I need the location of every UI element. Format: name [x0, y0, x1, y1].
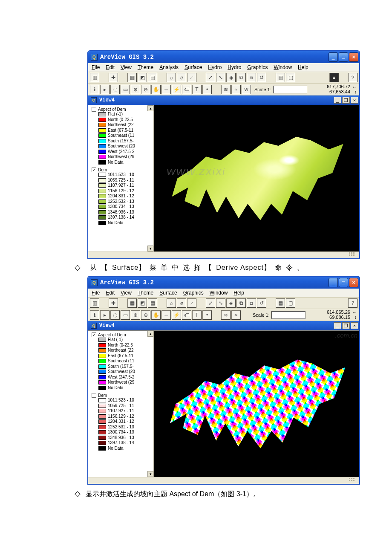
scale-input[interactable]	[273, 86, 307, 93]
menu-item[interactable]: Window	[210, 290, 228, 296]
zoom-out-icon[interactable]: ⊖	[141, 310, 150, 320]
hotlink-icon[interactable]: ⚡	[172, 85, 181, 94]
pan-icon[interactable]: ✋	[151, 310, 161, 320]
zoom-active-icon[interactable]: ⤡	[216, 298, 225, 308]
maximize-button[interactable]: □	[339, 52, 348, 62]
scale-input[interactable]	[271, 311, 306, 319]
find-icon[interactable]: ⌕	[167, 298, 176, 308]
zoom-selected-icon[interactable]: ◈	[226, 298, 236, 308]
zoom-full-icon[interactable]: ⤢	[206, 73, 215, 82]
open-table-icon[interactable]: ▤	[148, 298, 157, 308]
vertex-icon[interactable]: ◌	[110, 85, 120, 94]
zoom-in-fixed-icon[interactable]: ⧉	[236, 73, 246, 82]
hydro-tool-1-icon[interactable]: ≋	[221, 310, 231, 320]
measure-icon[interactable]: ↔	[161, 85, 171, 94]
resize-grip-icon[interactable]	[349, 252, 357, 257]
view-close-button[interactable]: ×	[351, 322, 358, 329]
theme-visibility-checkbox[interactable]: ✓	[92, 168, 96, 172]
theme-entry[interactable]: ✓Aspect of DemFlat (-1)North (0-22.5Nort…	[88, 331, 153, 391]
menu-item[interactable]: Help	[233, 290, 244, 296]
menu-item[interactable]: View	[121, 290, 132, 296]
hydro-tool-2-icon[interactable]: ≈	[231, 310, 241, 320]
find-icon[interactable]: ⌕	[167, 73, 176, 82]
text-icon[interactable]: T	[192, 310, 202, 320]
menu-item[interactable]: Window	[274, 64, 292, 70]
menu-item[interactable]: Surface	[159, 290, 177, 296]
menu-item[interactable]: File	[92, 290, 100, 296]
minimize-button[interactable]: _	[329, 278, 338, 287]
zoom-full-icon[interactable]: ⤢	[206, 298, 215, 308]
menu-item[interactable]: Theme	[138, 64, 153, 70]
ruler-icon[interactable]: ⟋	[187, 73, 196, 82]
open-table-icon[interactable]: ▤	[148, 73, 157, 82]
hotlink-icon[interactable]: ⚡	[172, 310, 181, 320]
zoom-in-icon[interactable]: ⊕	[131, 85, 140, 94]
menu-item[interactable]: Hydro	[208, 64, 222, 70]
zoom-out-fixed-icon[interactable]: ⧈	[247, 298, 256, 308]
edit-legend-icon[interactable]: ◩	[138, 298, 147, 308]
zoom-out-icon[interactable]: ⊖	[141, 85, 150, 94]
menu-item[interactable]: Surface	[184, 64, 202, 70]
menu-item[interactable]: Analysis	[159, 64, 179, 70]
add-theme-icon[interactable]: ✚	[109, 298, 118, 308]
menu-item[interactable]: Edit	[106, 64, 115, 70]
theme-visibility-checkbox[interactable]	[92, 107, 96, 112]
zoom-out-fixed-icon[interactable]: ⧈	[247, 73, 256, 82]
label-icon[interactable]: 🏷	[182, 85, 191, 94]
toc-scroll-down[interactable]: ▾	[147, 246, 153, 251]
menu-item[interactable]: Hydro	[228, 64, 241, 70]
text-icon[interactable]: T	[192, 85, 202, 94]
draw-point-icon[interactable]: •	[202, 310, 212, 320]
save-icon[interactable]: ▥	[90, 298, 99, 308]
theme-visibility-checkbox[interactable]	[92, 393, 96, 398]
identify-icon[interactable]: ℹ	[90, 85, 99, 94]
query-icon[interactable]: ℯ	[177, 298, 186, 308]
edit-legend-icon[interactable]: ◩	[138, 73, 147, 82]
map-canvas[interactable]: .com.cn	[154, 331, 359, 477]
select-rect-icon[interactable]: ▭	[121, 310, 130, 320]
query-icon[interactable]: ℯ	[177, 73, 186, 82]
select-rect-icon[interactable]: ▭	[121, 85, 130, 94]
pan-icon[interactable]: ✋	[151, 85, 161, 94]
zoom-in-icon[interactable]: ⊕	[131, 310, 140, 320]
zoom-active-icon[interactable]: ⤡	[216, 73, 225, 82]
view-minimize-button[interactable]: _	[334, 322, 341, 329]
pointer-icon[interactable]: ▸	[100, 310, 110, 320]
theme-entry[interactable]: Aspect of DemFlat (-1)North (0-22.5North…	[88, 105, 153, 166]
label-icon[interactable]: 🏷	[182, 310, 191, 320]
theme-visibility-checkbox[interactable]: ✓	[92, 332, 96, 337]
zoom-prev-icon[interactable]: ↺	[257, 298, 266, 308]
menu-item[interactable]: Edit	[106, 290, 115, 296]
menu-item[interactable]: Graphics	[247, 64, 268, 70]
theme-props-icon[interactable]: ▦	[127, 73, 137, 82]
close-button[interactable]: ×	[349, 52, 358, 62]
pointer-icon[interactable]: ▸	[100, 85, 110, 94]
vertex-icon[interactable]: ◌	[110, 310, 120, 320]
view-minimize-button[interactable]: _	[334, 97, 341, 104]
theme-entry[interactable]: ✓Dem1011.523 - 101059.725 - 111107.927 -…	[88, 166, 153, 226]
identify-icon[interactable]: ℹ	[90, 310, 99, 320]
minimize-button[interactable]: _	[329, 52, 338, 62]
select-features-icon[interactable]: ▦	[276, 73, 285, 82]
resize-grip-icon[interactable]	[349, 478, 357, 483]
toc-scroll-up[interactable]: ▴	[147, 105, 153, 111]
zoom-in-fixed-icon[interactable]: ⧉	[236, 298, 246, 308]
menu-item[interactable]: File	[92, 64, 100, 70]
theme-props-icon[interactable]: ▦	[127, 298, 137, 308]
map-canvas[interactable]: WWW.ZXiXi	[154, 105, 359, 251]
maximize-button[interactable]: □	[339, 278, 348, 287]
toc-scroll-down[interactable]: ▾	[147, 471, 153, 477]
hydro-tool-3-icon[interactable]: w	[242, 85, 251, 94]
menu-item[interactable]: Help	[298, 64, 308, 70]
hydro-tool-2-icon[interactable]: ≈	[231, 85, 241, 94]
chart-icon[interactable]: ▲	[329, 73, 339, 82]
toc-scroll-up[interactable]: ▴	[147, 331, 153, 337]
hydro-tool-1-icon[interactable]: ≋	[221, 85, 231, 94]
view-close-button[interactable]: ×	[351, 97, 358, 104]
menu-item[interactable]: Theme	[138, 290, 153, 296]
measure-icon[interactable]: ↔	[161, 310, 171, 320]
ruler-icon[interactable]: ⟋	[187, 298, 196, 308]
zoom-selected-icon[interactable]: ◈	[226, 73, 236, 82]
close-button[interactable]: ×	[349, 278, 358, 287]
menu-item[interactable]: Graphics	[183, 290, 204, 296]
